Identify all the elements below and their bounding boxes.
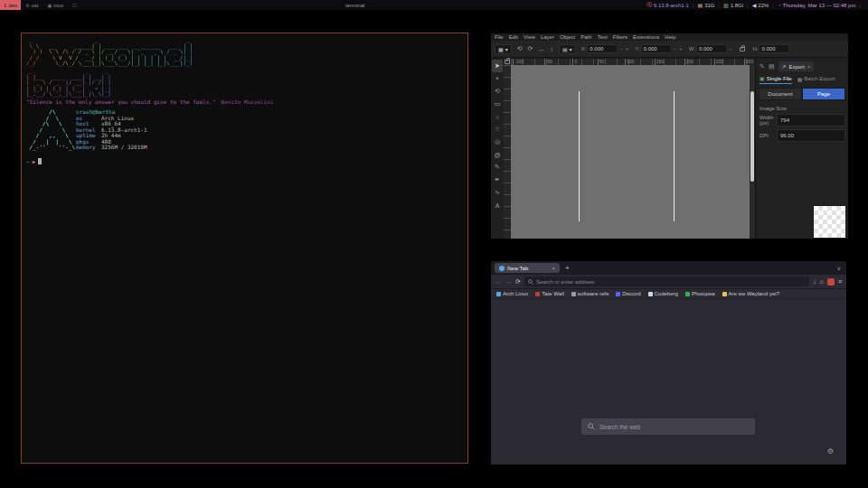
selection-mode-dropdown[interactable]: ▦ ▾ — [495, 44, 512, 54]
fastfetch-info: crash@bertha os Arch Linux host x86_64 k… — [76, 109, 147, 151]
menu-item[interactable]: Filters — [613, 34, 627, 41]
fetch-label: memory — [76, 145, 101, 151]
drawing-canvas[interactable] — [511, 65, 750, 239]
export-preview-thumbnail — [814, 206, 845, 238]
layout-indicator[interactable]: □ — [69, 3, 81, 8]
pencil-dock-icon[interactable]: ✎ — [760, 63, 765, 70]
tool-icon[interactable]: ○ — [492, 110, 503, 123]
document-button[interactable]: Document — [759, 88, 802, 100]
export-icon: ↗ — [782, 63, 787, 70]
url-bar[interactable]: Search or enter address — [524, 277, 809, 286]
tool-icon[interactable]: ✎ — [492, 161, 503, 174]
x-minus-button[interactable]: − — [618, 46, 624, 52]
vertical-ruler[interactable] — [504, 65, 511, 239]
tool-icon[interactable]: ➤ — [492, 60, 503, 72]
quote-line: "Silence is the only answer you should g… — [26, 99, 273, 105]
bookmark-item[interactable]: Codeberg — [648, 291, 678, 296]
x-plus-button[interactable]: + — [625, 46, 630, 52]
tab-single-file[interactable]: ▣ Single File — [760, 75, 792, 84]
menu-item[interactable]: Text — [598, 34, 608, 41]
bookmark-item[interactable]: Arch Linux — [496, 291, 528, 296]
bookmark-item[interactable]: Discord — [616, 291, 640, 296]
y-minus-button[interactable]: − — [673, 46, 678, 52]
bookmark-favicon — [616, 292, 620, 296]
terminal-window[interactable]: _ _ _ \ \ __ _____| | ___ ___ _ __ ___ _… — [21, 33, 468, 464]
tool-icon[interactable]: ⟲ — [492, 85, 503, 98]
flip-horizontal-button[interactable]: ↔ — [538, 46, 544, 52]
tool-icon[interactable]: A — [492, 199, 503, 211]
export-dock-tab[interactable]: ↗ Export × — [778, 61, 815, 71]
page-border-right — [674, 91, 675, 221]
menu-item[interactable]: Layer — [541, 34, 554, 41]
workspace-tag-active[interactable]: 1 dev — [0, 0, 21, 10]
clock-module: ◔ Thursday, Mar 13 — 02:48 pm — [778, 3, 856, 8]
page-button[interactable]: Page — [802, 88, 845, 100]
personalize-gear-icon[interactable]: ⚙ — [827, 447, 834, 455]
menu-button[interactable]: ≡ — [838, 278, 842, 285]
w-input[interactable]: 0.000 — [696, 44, 727, 53]
zorder-dropdown[interactable]: ▤ ▾ — [559, 44, 576, 54]
flip-vertical-button[interactable]: ↕ — [550, 46, 553, 52]
fetch-rows: os Arch Linux host x86_64 kernel 6.13.8-… — [76, 116, 147, 151]
tool-icon[interactable]: ∿ — [492, 186, 503, 199]
y-plus-button[interactable]: + — [678, 46, 684, 52]
fetch-row: memory 3256M / 32019M — [76, 145, 147, 151]
tool-icon[interactable]: ▭ — [492, 98, 503, 110]
menu-item[interactable]: View — [524, 34, 535, 41]
h-input[interactable]: 0.000 — [759, 44, 789, 53]
menu-item[interactable]: Edit — [509, 34, 518, 41]
menu-item[interactable]: Extensions — [633, 34, 659, 41]
browser-tab[interactable]: New Tab ≡ × — [495, 263, 560, 273]
mux-icon: ▣ — [48, 3, 52, 8]
workspace-tag-mux[interactable]: ▣ mux — [43, 3, 69, 8]
rotate-ccw-button[interactable]: ⟲ — [517, 45, 523, 52]
menu-item[interactable]: Object — [560, 34, 575, 41]
dock-tab-bar: ✎ ▤ ↗ Export × — [756, 59, 848, 73]
bookmark-item[interactable]: Photopea — [685, 291, 715, 296]
reload-button[interactable]: ⟳ — [515, 278, 521, 286]
menu-item[interactable]: File — [495, 34, 504, 41]
bookmark-item[interactable]: software refs — [571, 291, 609, 296]
tool-icon[interactable]: @ — [492, 148, 503, 161]
menu-item[interactable]: Path — [580, 34, 591, 41]
w-minus-button[interactable]: − — [728, 46, 733, 52]
dpi-input[interactable]: 96.00 — [777, 129, 845, 142]
back-button[interactable]: ← — [495, 278, 502, 285]
width-input[interactable]: 794 — [777, 114, 845, 127]
export-panel: ✎ ▤ ↗ Export × ▣ Single File ▦ Batch Exp… — [755, 59, 848, 239]
tool-icon[interactable]: ☆ — [492, 123, 503, 136]
downloads-button[interactable]: ↓ — [813, 278, 816, 285]
tool-icon[interactable]: ✒ — [492, 174, 503, 186]
bookmark-item[interactable]: Tate Wall — [535, 291, 563, 296]
pages-dock-icon[interactable]: ▤ — [769, 63, 775, 70]
horizontal-ruler[interactable]: -100 -50 0 50 100 150 200 250 300 — [511, 59, 755, 65]
h-label: H: — [752, 46, 758, 52]
tool-icon[interactable]: ◎ — [492, 136, 503, 148]
web-search-bar[interactable]: Search the web — [581, 418, 755, 435]
home-button[interactable]: ⌂ — [820, 278, 824, 285]
x-label: X: — [581, 46, 587, 52]
rotate-cw-button[interactable]: ⟳ — [528, 45, 533, 52]
tab-batch-export[interactable]: ▦ Batch Export — [797, 75, 835, 84]
datetime: Thursday, Mar 13 — 02:48 pm — [783, 3, 856, 8]
canvas-area: -100 -50 0 50 100 150 200 250 300 — [504, 59, 755, 239]
close-icon[interactable]: × — [807, 64, 811, 70]
shell-prompt[interactable]: ~ ▶ — [26, 158, 42, 164]
lock-ratio-icon[interactable] — [740, 47, 745, 52]
workspace-tag-ust[interactable]: ⚙ ust — [21, 3, 43, 8]
bookmark-item[interactable]: Are we Wayland yet? — [722, 291, 779, 296]
volume-icon: ◀ — [752, 2, 757, 8]
forward-button[interactable]: → — [505, 278, 512, 285]
extension-icon[interactable] — [827, 278, 835, 286]
ruler-tick-label: -50 — [544, 59, 552, 65]
list-tabs-chevron-icon[interactable]: ∨ — [837, 265, 841, 271]
scrollbar-thumb[interactable] — [750, 91, 754, 182]
x-input[interactable]: 0.000 — [587, 44, 618, 53]
tool-icon[interactable]: ⌖ — [492, 72, 503, 85]
bookmark-favicon — [722, 292, 727, 296]
y-input[interactable]: 0.000 — [641, 44, 672, 53]
lock-guides-icon[interactable] — [504, 59, 511, 65]
close-tab-icon[interactable]: × — [552, 266, 555, 271]
new-tab-button[interactable]: + — [565, 264, 570, 272]
menu-item[interactable]: Help — [665, 34, 675, 41]
